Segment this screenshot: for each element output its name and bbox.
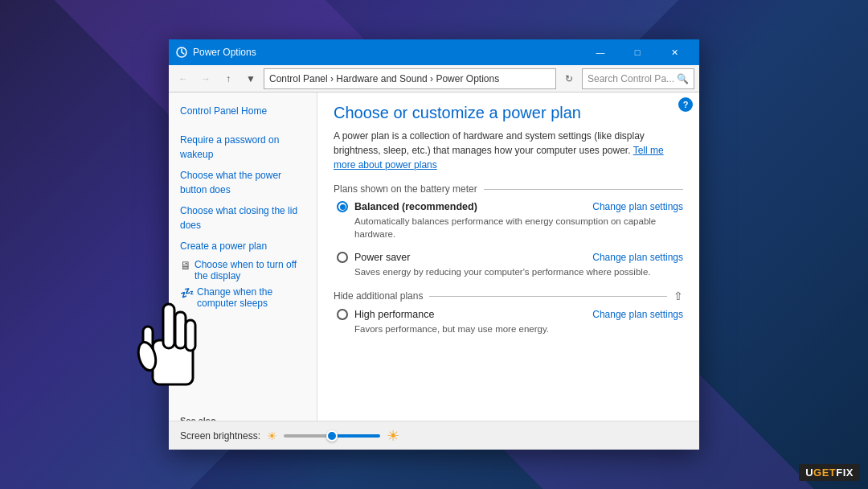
plan-high-performance: High performance Change plan settings Fa… [334, 309, 683, 335]
plan-power-saver-name: Power saver [354, 252, 592, 263]
sidebar-link-power-button[interactable]: Choose what the power button does [169, 165, 317, 200]
plan-high-performance-row: High performance Change plan settings [337, 309, 683, 320]
plan-power-saver: Power saver Change plan settings Saves e… [334, 252, 683, 278]
close-button[interactable]: ✕ [656, 39, 693, 65]
content-panel: ? Choose or customize a power plan A pow… [317, 92, 699, 421]
search-icon: 🔍 [677, 73, 689, 84]
section-divider [484, 189, 683, 190]
plan-high-performance-change-link[interactable]: Change plan settings [592, 309, 683, 320]
plan-power-saver-change-link[interactable]: Change plan settings [592, 252, 683, 263]
sidebar-link-display[interactable]: 🖥 Choose when to turn off the display [169, 257, 317, 284]
plan-balanced-row: Balanced (recommended) Change plan setti… [337, 201, 683, 212]
plan-balanced-desc: Automatically balances performance with … [337, 215, 683, 240]
display-icon: 🖥 [180, 259, 191, 272]
radio-power-saver[interactable] [337, 252, 348, 263]
svg-rect-5 [143, 327, 153, 352]
title-bar: Power Options — □ ✕ [169, 39, 699, 65]
window-controls: — □ ✕ [582, 39, 693, 65]
sun-right-icon: ☀ [387, 427, 399, 445]
refresh-button[interactable]: ↻ [559, 69, 579, 88]
main-area: Control Panel Home Require a password on… [169, 92, 699, 421]
forward-button[interactable]: → [196, 69, 215, 88]
plans-section-header: Plans shown on the battery meter [334, 183, 683, 195]
sidebar-link-sleep[interactable]: 💤 Change when the computer sleeps [169, 284, 317, 311]
minimize-button[interactable]: — [582, 39, 619, 65]
sidebar: Control Panel Home Require a password on… [169, 92, 317, 421]
bottom-bar: Screen brightness: ☀ ☀ [169, 421, 699, 450]
recent-locations-button[interactable]: ▼ [241, 69, 260, 88]
power-options-window: Power Options — □ ✕ ← → ↑ ▼ Control Pane… [169, 39, 699, 450]
radio-high-performance[interactable] [337, 309, 348, 320]
brightness-thumb[interactable] [326, 430, 338, 442]
plan-high-performance-desc: Favors performance, but may use more ene… [337, 323, 683, 335]
section-divider-2 [429, 296, 667, 297]
watermark-u: U [805, 466, 813, 479]
brightness-slider[interactable] [284, 434, 380, 438]
plans-section-label: Plans shown on the battery meter [334, 183, 477, 195]
breadcrumb-text: Control Panel › Hardware and Sound › Pow… [269, 73, 499, 84]
plan-balanced-name: Balanced (recommended) [354, 201, 592, 212]
sleep-icon: 💤 [180, 286, 194, 299]
section-toggle-icon[interactable]: ⇧ [674, 290, 683, 302]
sidebar-control-panel-home[interactable]: Control Panel Home [169, 101, 317, 121]
watermark: UGETFIX [799, 464, 860, 481]
watermark-fix: FIX [836, 466, 854, 479]
sidebar-link-lid[interactable]: Choose what closing the lid does [169, 200, 317, 236]
window-title: Power Options [193, 47, 582, 58]
plan-balanced: Balanced (recommended) Change plan setti… [334, 201, 683, 240]
window-icon [175, 46, 188, 59]
watermark-get: GET [813, 466, 836, 479]
back-button[interactable]: ← [174, 69, 193, 88]
search-bar[interactable]: Search Control Pa... 🔍 [582, 68, 694, 89]
address-bar: ← → ↑ ▼ Control Panel › Hardware and Sou… [169, 65, 699, 92]
page-title: Choose or customize a power plan [334, 104, 683, 122]
plan-high-performance-name: High performance [354, 309, 592, 320]
maximize-button[interactable]: □ [619, 39, 656, 65]
breadcrumb: Control Panel › Hardware and Sound › Pow… [264, 68, 556, 89]
plan-balanced-change-link[interactable]: Change plan settings [592, 201, 683, 212]
page-description: A power plan is a collection of hardware… [334, 129, 683, 172]
sidebar-link-create-plan[interactable]: Create a power plan [169, 236, 317, 257]
radio-balanced[interactable] [337, 201, 348, 212]
svg-point-6 [136, 340, 159, 372]
help-icon[interactable]: ? [678, 97, 693, 112]
brightness-label: Screen brightness: [180, 430, 260, 442]
see-also-label: See also [169, 408, 317, 421]
sidebar-link-password[interactable]: Require a password on wakeup [169, 129, 317, 165]
additional-plans-label: Hide additional plans [334, 290, 423, 302]
search-placeholder: Search Control Pa... [588, 73, 674, 84]
up-button[interactable]: ↑ [219, 69, 238, 88]
plan-power-saver-row: Power saver Change plan settings [337, 252, 683, 263]
additional-plans-header: Hide additional plans ⇧ [334, 290, 683, 302]
sun-left-icon: ☀ [267, 429, 277, 442]
plan-power-saver-desc: Saves energy by reducing your computer's… [337, 265, 683, 278]
